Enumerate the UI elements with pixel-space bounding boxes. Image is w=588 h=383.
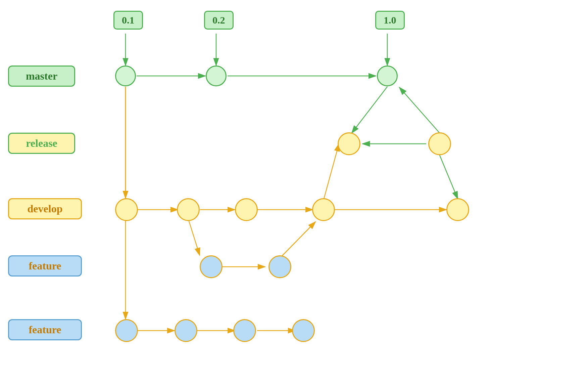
branch-label-develop: develop: [8, 198, 82, 219]
git-flow-diagram: 0.1 0.2 1.0 master release develop featu…: [0, 0, 588, 383]
master-commit-2: [206, 66, 227, 86]
release-commit-2: [428, 132, 451, 155]
version-tag-01: 0.1: [113, 11, 143, 30]
develop-commit-3: [235, 198, 258, 221]
branch-label-release: release: [8, 133, 75, 154]
develop-commit-1: [115, 198, 138, 221]
develop-commit-5: [446, 198, 469, 221]
master-commit-1: [115, 66, 136, 86]
version-tag-10: 1.0: [375, 11, 405, 30]
svg-line-12: [189, 221, 200, 255]
branch-label-master: master: [8, 66, 75, 87]
release-commit-1: [338, 132, 360, 155]
svg-line-14: [282, 222, 315, 256]
feature2-commit-2: [175, 319, 197, 342]
branch-label-feature1: feature: [8, 255, 82, 276]
svg-line-22: [399, 87, 440, 133]
svg-line-23: [440, 155, 458, 199]
feature2-commit-4: [292, 319, 315, 342]
feature1-commit-1: [200, 255, 223, 278]
svg-line-21: [352, 87, 387, 133]
feature1-commit-2: [268, 255, 291, 278]
svg-line-19: [324, 144, 339, 199]
master-commit-3: [377, 66, 398, 86]
develop-commit-2: [177, 198, 200, 221]
develop-commit-4: [312, 198, 335, 221]
branch-label-feature2: feature: [8, 319, 82, 340]
version-tag-02: 0.2: [204, 11, 234, 30]
feature2-commit-3: [233, 319, 256, 342]
feature2-commit-1: [115, 319, 138, 342]
